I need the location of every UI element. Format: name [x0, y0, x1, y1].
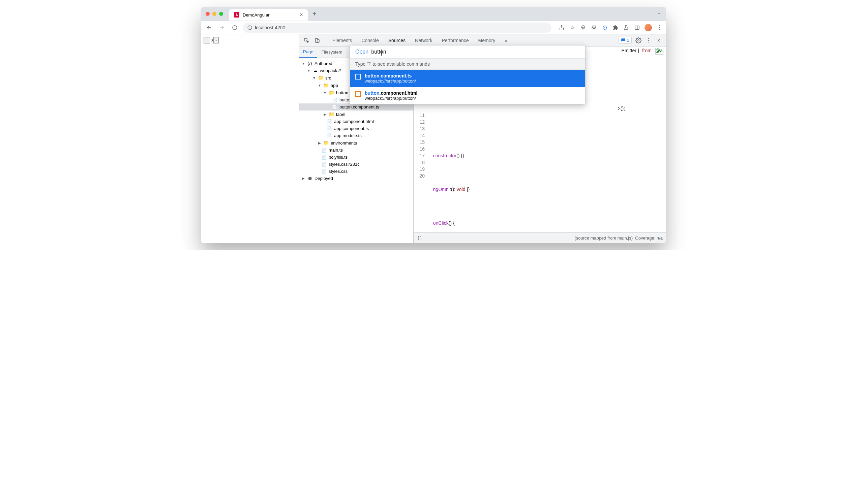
ts-file-icon: · — [355, 74, 361, 79]
tab-performance[interactable]: Performance — [437, 34, 473, 46]
tab-console[interactable]: Console — [357, 34, 383, 46]
file-icon: 📄 — [321, 148, 327, 153]
decrement-button[interactable]: - — [213, 37, 219, 43]
url-field[interactable]: localhost:4200 — [243, 23, 552, 33]
navigator-tab-filesystem[interactable]: Filesystem — [317, 46, 346, 58]
forward-button[interactable] — [217, 23, 226, 32]
deployed-icon: ⬢ — [307, 176, 312, 181]
extensions-icon[interactable] — [612, 24, 619, 31]
tab-network[interactable]: Network — [410, 34, 437, 46]
file-icon: 📄 — [327, 119, 332, 124]
tree-app-ts[interactable]: 📄app.component.ts — [299, 125, 413, 132]
navigator-tab-page[interactable]: Page — [299, 46, 317, 58]
extension-lighthouse-icon[interactable] — [601, 24, 608, 31]
folder-icon: 📁 — [318, 75, 323, 80]
html-file-icon: · — [355, 91, 361, 97]
tree-environments[interactable]: ▶📁environments — [299, 139, 413, 146]
extension-incognito-icon[interactable] — [591, 24, 597, 31]
file-icon: 📄 — [327, 126, 332, 131]
content-area: +0- Elements Console Sources Network Per… — [201, 34, 666, 243]
new-tab-button[interactable]: + — [312, 10, 317, 18]
settings-icon[interactable] — [635, 37, 642, 44]
devtools-menu-icon[interactable]: ⋮ — [645, 37, 652, 44]
quick-open-header: Open button — [350, 45, 585, 58]
labs-icon[interactable] — [623, 24, 630, 31]
source-map-link[interactable]: main.js — [618, 235, 631, 241]
increment-button[interactable]: + — [204, 37, 210, 43]
svg-point-8 — [584, 27, 584, 27]
close-tab-button[interactable]: × — [300, 12, 303, 18]
code-fragment-top: Emitter } from '@a — [622, 48, 663, 53]
quick-open-label: Open — [355, 49, 368, 55]
tabs-overflow[interactable]: » — [500, 34, 512, 46]
svg-point-10 — [595, 28, 596, 29]
quick-open-input[interactable]: button — [371, 49, 386, 55]
rendered-page: +0- — [201, 34, 299, 243]
traffic-lights — [206, 12, 223, 16]
angular-icon: A — [234, 12, 239, 18]
title-bar: A DemoAngular × + — [201, 7, 666, 21]
cloud-icon: ☁ — [312, 68, 318, 73]
code-fragment-generic: >(); — [618, 106, 625, 111]
side-panel-icon[interactable] — [634, 24, 641, 31]
browser-menu-icon[interactable]: ⋮ — [656, 24, 663, 31]
device-toolbar-icon[interactable] — [314, 37, 321, 44]
tree-app-module[interactable]: 📄app.module.ts — [299, 132, 413, 139]
file-icon: 📄 — [332, 98, 338, 102]
issues-badge[interactable]: 1 — [619, 37, 632, 44]
file-icon: 📄 — [321, 169, 327, 174]
code-brackets-icon: ⟨/⟩ — [307, 61, 312, 66]
tree-styles[interactable]: 📄styles.css — [299, 168, 413, 175]
issues-icon — [621, 38, 625, 43]
tree-label-folder[interactable]: ▶📁label — [299, 110, 413, 118]
pretty-print-button[interactable]: {} — [417, 235, 422, 241]
close-window-button[interactable] — [206, 12, 210, 16]
folder-icon: 📁 — [323, 140, 329, 145]
maximize-window-button[interactable] — [219, 12, 223, 16]
inspect-icon[interactable] — [303, 37, 310, 44]
folder-icon: 📁 — [329, 90, 334, 95]
quick-open-result-2[interactable]: · button.component.html webpack:///src/a… — [350, 87, 585, 104]
info-icon — [247, 25, 252, 30]
toolbar-icons: ☆ ⋮ — [558, 24, 663, 31]
tree-styles-q[interactable]: 📄styles.css?231c — [299, 161, 413, 168]
tree-main-ts[interactable]: 📄main.ts — [299, 146, 413, 154]
extension-skull-icon[interactable] — [580, 24, 587, 31]
issues-count: 1 — [627, 38, 629, 43]
tree-app-html[interactable]: 📄app.component.html — [299, 118, 413, 125]
bookmark-star-icon[interactable]: ☆ — [569, 24, 576, 31]
tree-polyfills[interactable]: 📄polyfills.ts — [299, 154, 413, 161]
devtools-tabs: Elements Console Sources Network Perform… — [299, 34, 666, 46]
svg-point-7 — [582, 27, 582, 27]
tab-elements[interactable]: Elements — [328, 34, 357, 46]
folder-icon: 📁 — [323, 83, 329, 88]
folder-icon: 📁 — [329, 111, 334, 117]
profile-avatar[interactable] — [644, 24, 652, 31]
reload-button[interactable] — [230, 23, 239, 32]
share-icon[interactable] — [558, 24, 565, 31]
svg-point-9 — [592, 28, 593, 29]
address-bar: localhost:4200 ☆ ⋮ — [201, 21, 666, 34]
browser-window: A DemoAngular × + localhost:4200 ☆ — [201, 7, 666, 243]
back-button[interactable] — [204, 23, 214, 32]
minimize-window-button[interactable] — [212, 12, 216, 16]
counter-value: 0 — [211, 37, 213, 42]
quick-open-dialog: Open button Type '?' to see available co… — [350, 45, 586, 105]
tab-memory[interactable]: Memory — [474, 34, 500, 46]
svg-rect-14 — [635, 25, 639, 29]
tabs-dropdown-button[interactable] — [657, 11, 661, 17]
tree-button-ts[interactable]: 📄button.component.ts — [299, 103, 413, 110]
quick-open-hint: Type '?' to see available commands — [350, 58, 585, 70]
file-icon: 📄 — [327, 133, 332, 138]
quick-open-result-1[interactable]: · button.component.ts webpack:///src/app… — [350, 70, 585, 87]
svg-point-19 — [638, 40, 640, 41]
tree-deployed[interactable]: ▶⬢Deployed — [299, 175, 413, 182]
file-icon: 📄 — [321, 155, 327, 160]
url-host: localhost:4200 — [255, 25, 285, 30]
devtools-panel: Elements Console Sources Network Perform… — [299, 34, 666, 243]
browser-tab[interactable]: A DemoAngular × — [229, 9, 308, 21]
file-icon: 📄 — [321, 162, 327, 167]
tab-sources[interactable]: Sources — [384, 34, 410, 46]
close-devtools-button[interactable]: × — [655, 37, 662, 44]
svg-rect-18 — [317, 40, 319, 42]
